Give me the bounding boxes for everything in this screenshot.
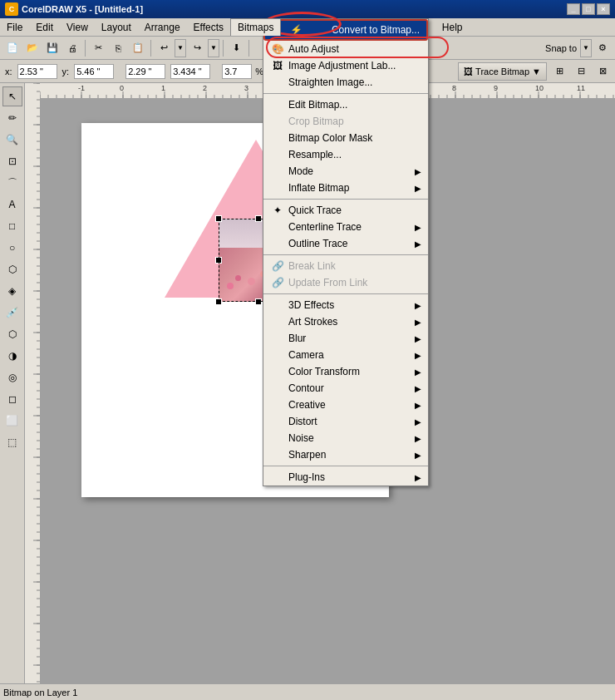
toolbar3-btn1[interactable]: ⊞	[550, 62, 568, 81]
menu-file[interactable]: File	[0, 18, 29, 36]
val1-input[interactable]	[222, 64, 252, 79]
contour-arrow: ▶	[415, 384, 421, 393]
trace-bitmap-button[interactable]: 🖼 Trace Bitmap ▼	[458, 62, 547, 81]
outline-trace-item[interactable]: Outline Trace ▶	[263, 235, 428, 252]
eyedropper-tool[interactable]: 💉	[2, 303, 22, 323]
import-button[interactable]: ⬇	[227, 39, 245, 57]
minimize-button[interactable]: _	[567, 3, 580, 15]
toolbar3-btn3[interactable]: ⊠	[593, 62, 612, 81]
break-link-label: Break Link	[288, 260, 336, 272]
x-input[interactable]	[17, 64, 57, 79]
save-button[interactable]: 💾	[43, 39, 61, 57]
sharpen-label: Sharpen	[288, 449, 326, 461]
y-input[interactable]	[74, 64, 114, 79]
sharpen-item[interactable]: Sharpen ▶	[263, 446, 428, 463]
convert-to-bitmap-item[interactable]: ⚡ Convert to Bitmap...	[263, 19, 428, 41]
freehand-tool[interactable]: ✏	[2, 108, 22, 128]
undo-dropdown-btn[interactable]: ▼	[175, 39, 186, 57]
menu-effects[interactable]: Effects	[187, 18, 230, 36]
x-label: x:	[3, 67, 14, 76]
cut-button[interactable]: ✂	[89, 39, 107, 57]
image-adjustment-lab-item[interactable]: 🖼 Image Adjustment Lab...	[263, 57, 428, 74]
redo-dropdown[interactable]: ▼	[208, 39, 219, 57]
menu-help[interactable]: Help	[435, 18, 470, 36]
creative-label: Creative	[288, 399, 326, 411]
blur-item[interactable]: Blur ▶	[263, 330, 428, 347]
polygon-tool[interactable]: ⬡	[2, 259, 22, 279]
centerline-trace-item[interactable]: Centerline Trace ▶	[263, 219, 428, 235]
ellipse-tool[interactable]: ○	[2, 238, 22, 258]
redo-dropdown-btn[interactable]: ▼	[208, 39, 219, 57]
rect-tool[interactable]: □	[2, 216, 22, 236]
h-input[interactable]	[170, 64, 210, 79]
contour-tool[interactable]: ◎	[2, 367, 22, 387]
fill-tool[interactable]: ◈	[2, 281, 22, 301]
left-toolbar: ↖ ✏ 🔍 ⊡ ⌒ A □ ○ ⬡ ◈ 💉 ⬡ ◑ ◎ ◻ ⬜ ⬚	[0, 83, 25, 683]
menu-bitmaps[interactable]: Bitmaps	[230, 18, 281, 36]
zoom-tool[interactable]: 🔍	[2, 130, 22, 150]
text-tool[interactable]: A	[2, 195, 22, 214]
bitmap-color-mask-item[interactable]: Bitmap Color Mask	[263, 130, 428, 146]
blend-tool[interactable]: ◑	[2, 346, 22, 366]
print-button[interactable]: 🖨	[63, 39, 81, 57]
creative-item[interactable]: Creative ▶	[263, 397, 428, 413]
quick-trace-item[interactable]: ✦ Quick Trace	[263, 202, 428, 219]
3d-effects-item[interactable]: 3D Effects ▶	[263, 297, 428, 313]
snap-to-label: Snap to	[545, 43, 577, 53]
distort-label: Distort	[288, 416, 317, 427]
redo-button[interactable]: ↪	[188, 39, 206, 57]
quick-trace-label: Quick Trace	[288, 205, 342, 216]
art-strokes-item[interactable]: Art Strokes ▶	[263, 313, 428, 330]
interactive-fill-tool[interactable]: ⬡	[2, 324, 22, 344]
extrude-tool[interactable]: ⬚	[2, 432, 22, 452]
crop-tool[interactable]: ⊡	[2, 151, 22, 171]
contour-label: Contour	[288, 382, 324, 394]
inflate-bitmap-item[interactable]: Inflate Bitmap ▶	[263, 180, 428, 196]
distort-item[interactable]: Distort ▶	[263, 413, 428, 430]
toolbar3-btn2[interactable]: ⊟	[572, 62, 590, 81]
title-bar: C CorelDRAW X5 - [Untitled-1] _ □ ×	[0, 0, 615, 18]
straighten-image-item[interactable]: Straighten Image...	[263, 74, 428, 91]
menu-arrange[interactable]: Arrange	[138, 18, 187, 36]
resample-item[interactable]: Resample...	[263, 146, 428, 163]
color-transform-arrow: ▶	[415, 367, 421, 377]
snap-settings-btn[interactable]: ⚙	[593, 39, 612, 57]
snap-to-dropdown[interactable]: ▼	[580, 39, 592, 57]
window-title: CorelDRAW X5 - [Untitled-1]	[22, 4, 143, 14]
distort-arrow: ▶	[415, 417, 421, 426]
noise-item[interactable]: Noise ▶	[263, 430, 428, 446]
select-tool[interactable]: ↖	[2, 86, 22, 106]
bezier-tool[interactable]: ⌒	[2, 173, 22, 193]
undo-dropdown[interactable]: ▼	[175, 39, 186, 57]
menu-layout[interactable]: Layout	[95, 18, 138, 36]
edit-bitmap-item[interactable]: Edit Bitmap...	[263, 96, 428, 113]
menu-edit[interactable]: Edit	[29, 18, 60, 36]
open-button[interactable]: 📂	[23, 39, 42, 57]
convert-to-bitmap-label: Convert to Bitmap...	[332, 24, 420, 36]
w-input[interactable]	[125, 64, 165, 79]
contour-item[interactable]: Contour ▶	[263, 380, 428, 397]
envelope-tool[interactable]: ⬜	[2, 411, 22, 431]
sep-4	[263, 293, 428, 294]
mode-item[interactable]: Mode ▶	[263, 163, 428, 180]
shadow-tool[interactable]: ◻	[2, 389, 22, 409]
mode-arrow: ▶	[415, 167, 421, 176]
color-transform-item[interactable]: Color Transform ▶	[263, 363, 428, 380]
copy-button[interactable]: ⎘	[109, 39, 127, 57]
menu-view[interactable]: View	[60, 18, 95, 36]
auto-adjust-icon: 🎨	[270, 42, 285, 57]
close-button[interactable]: ×	[597, 3, 610, 15]
crop-bitmap-item: Crop Bitmap	[263, 113, 428, 130]
camera-item[interactable]: Camera ▶	[263, 347, 428, 363]
centerline-trace-label: Centerline Trace	[288, 221, 362, 233]
plug-ins-item[interactable]: Plug-Ins ▶	[263, 469, 428, 486]
paste-button[interactable]: 📋	[129, 39, 147, 57]
new-button[interactable]: 📄	[3, 39, 22, 57]
sep4	[248, 40, 249, 57]
3d-effects-label: 3D Effects	[288, 299, 334, 311]
undo-button[interactable]: ↩	[155, 39, 173, 57]
maximize-button[interactable]: □	[582, 3, 595, 15]
blur-label: Blur	[288, 333, 306, 344]
auto-adjust-item[interactable]: 🎨 Auto Adjust	[263, 41, 428, 57]
trace-bitmap-icon: 🖼	[464, 67, 473, 76]
